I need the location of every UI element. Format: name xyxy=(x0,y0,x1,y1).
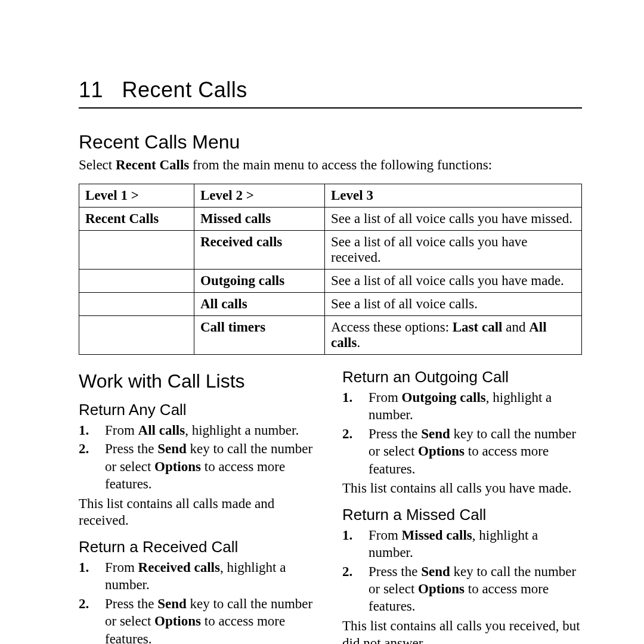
note-any-call: This list contains all calls made and re… xyxy=(79,496,318,530)
text-bold: Recent Calls xyxy=(116,157,189,172)
text: From xyxy=(105,560,138,575)
steps-outgoing-call: From Outgoing calls, highlight a number.… xyxy=(342,389,582,478)
note-outgoing-call: This list contains all calls you have ma… xyxy=(342,480,582,497)
text-bold: Missed calls xyxy=(402,528,472,543)
text-bold: Last call xyxy=(453,320,503,335)
cell-level3: Access these options: Last call and All … xyxy=(325,315,582,354)
text: From xyxy=(369,390,402,405)
intro-text: Select Recent Calls from the main menu t… xyxy=(79,157,582,174)
table-row: All calls See a list of all voice calls. xyxy=(79,292,582,315)
cell-level1: Recent Calls xyxy=(79,207,194,230)
text-bold: Outgoing calls xyxy=(402,390,486,405)
text-bold: Options xyxy=(418,444,465,459)
right-column: Return an Outgoing Call From Outgoing ca… xyxy=(342,364,582,644)
step: Press the Send key to call the number or… xyxy=(342,563,582,615)
table-header: Level 1 > xyxy=(79,184,194,207)
text-bold: Send xyxy=(421,426,450,441)
left-column: Work with Call Lists Return Any Call Fro… xyxy=(79,364,318,644)
chapter-number: 11 xyxy=(79,78,103,102)
step: From Received calls, highlight a number. xyxy=(79,559,318,594)
cell-level3: See a list of all voice calls you have r… xyxy=(325,230,582,269)
text-bold: Options xyxy=(154,459,201,474)
steps-missed-call: From Missed calls, highlight a number. P… xyxy=(342,527,582,615)
table-row: Recent Calls Missed calls See a list of … xyxy=(79,207,582,230)
text-bold: Send xyxy=(421,564,450,579)
cell-level2: Call timers xyxy=(194,315,325,354)
cell-level3: See a list of all voice calls you have m… xyxy=(325,207,582,230)
note-missed-call: This list contains all calls you receive… xyxy=(342,618,582,644)
chapter-name: Recent Calls xyxy=(122,78,247,102)
step: Press the Send key to call the number or… xyxy=(79,440,318,493)
text-bold: Send xyxy=(157,441,187,456)
text: from the main menu to access the followi… xyxy=(189,157,492,172)
cell-level2: Missed calls xyxy=(194,207,325,230)
section-heading-recent-calls-menu: Recent Calls Menu xyxy=(79,131,582,153)
cell-level1 xyxy=(79,230,194,269)
subheading-return-received-call: Return a Received Call xyxy=(79,538,318,556)
cell-level2: Received calls xyxy=(194,230,325,269)
table-row: Outgoing calls See a list of all voice c… xyxy=(79,269,582,292)
text: From xyxy=(105,423,138,438)
text: . xyxy=(357,335,360,350)
text: Press the xyxy=(369,426,421,441)
two-column-area: Work with Call Lists Return Any Call Fro… xyxy=(79,364,582,644)
text: , highlight a number. xyxy=(185,423,299,438)
text-bold: Send xyxy=(157,596,187,611)
text: Press the xyxy=(369,564,421,579)
cell-level1 xyxy=(79,315,194,354)
step: From All calls, highlight a number. xyxy=(79,422,318,439)
cell-level1 xyxy=(79,292,194,315)
cell-level3: See a list of all voice calls. xyxy=(325,292,582,315)
text: Select xyxy=(79,157,116,172)
steps-any-call: From All calls, highlight a number. Pres… xyxy=(79,422,318,493)
table-row: Received calls See a list of all voice c… xyxy=(79,230,582,269)
table-header-row: Level 1 > Level 2 > Level 3 xyxy=(79,184,582,207)
subheading-return-outgoing-call: Return an Outgoing Call xyxy=(342,368,582,386)
table-header: Level 2 > xyxy=(194,184,325,207)
cell-level3: See a list of all voice calls you have m… xyxy=(325,269,582,292)
cell-level1 xyxy=(79,269,194,292)
step: Press the Send key to call the number or… xyxy=(79,595,318,644)
text-bold: Options xyxy=(418,581,465,596)
chapter-title: 11 Recent Calls xyxy=(79,78,582,103)
text-bold: All calls xyxy=(138,423,185,438)
text: Press the xyxy=(105,441,157,456)
table-header: Level 3 xyxy=(325,184,582,207)
table-row: Call timers Access these options: Last c… xyxy=(79,315,582,354)
steps-received-call: From Received calls, highlight a number.… xyxy=(79,559,318,644)
text: Press the xyxy=(105,596,157,611)
text: and xyxy=(502,320,529,335)
subheading-return-missed-call: Return a Missed Call xyxy=(342,506,582,524)
text: From xyxy=(369,528,402,543)
step: From Outgoing calls, highlight a number. xyxy=(342,389,582,424)
cell-level2: Outgoing calls xyxy=(194,269,325,292)
section-heading-work-with-call-lists: Work with Call Lists xyxy=(79,370,318,392)
chapter-rule xyxy=(79,107,582,109)
step: Press the Send key to call the number or… xyxy=(342,425,582,478)
text-bold: Received calls xyxy=(138,560,220,575)
text-bold: Options xyxy=(154,614,201,628)
page: 11 Recent Calls Recent Calls Menu Select… xyxy=(0,0,644,644)
subheading-return-any-call: Return Any Call xyxy=(79,401,318,419)
step: From Missed calls, highlight a number. xyxy=(342,527,582,562)
menu-table: Level 1 > Level 2 > Level 3 Recent Calls… xyxy=(79,184,582,355)
text: Access these options: xyxy=(331,320,453,335)
cell-level2: All calls xyxy=(194,292,325,315)
